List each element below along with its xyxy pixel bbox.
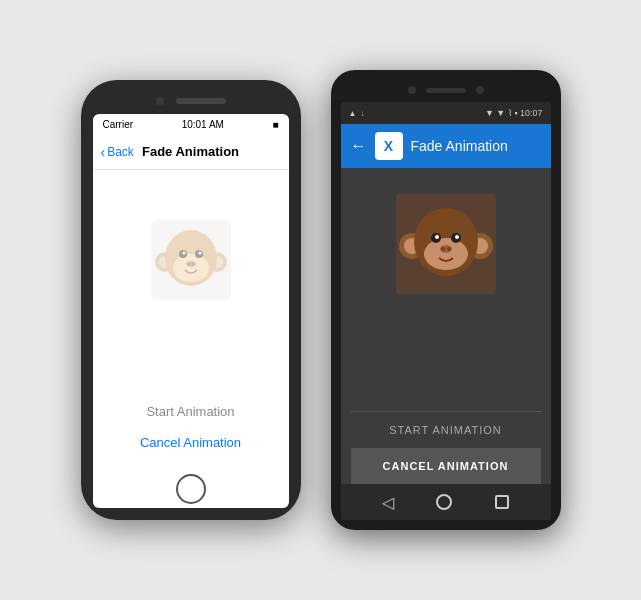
android-warning-icon: ▲ bbox=[349, 109, 357, 118]
ios-carrier: Carrier bbox=[103, 119, 134, 130]
android-sensor bbox=[476, 86, 484, 94]
android-nav-recents-button[interactable] bbox=[495, 495, 509, 509]
ios-cancel-button[interactable]: Cancel Animation bbox=[132, 427, 249, 458]
android-status-right: ▼ ▼ ⌇ ▪ 10:07 bbox=[485, 108, 543, 118]
ios-home-button[interactable] bbox=[176, 474, 206, 504]
ios-back-chevron-icon: ‹ bbox=[101, 144, 106, 160]
android-cancel-button[interactable]: CANCEL ANIMATION bbox=[351, 448, 541, 484]
android-nav-bar: ◁ bbox=[341, 484, 551, 520]
android-download-icon: ↓ bbox=[360, 109, 364, 118]
svg-point-18 bbox=[424, 238, 468, 270]
android-time: 10:07 bbox=[520, 108, 543, 118]
android-back-button[interactable]: ← bbox=[351, 137, 367, 155]
android-status-bar: ▲ ↓ ▼ ▼ ⌇ ▪ 10:07 bbox=[341, 102, 551, 124]
android-screen: ▲ ↓ ▼ ▼ ⌇ ▪ 10:07 ← X Fade Animation bbox=[341, 102, 551, 520]
android-toolbar: ← X Fade Animation bbox=[341, 124, 551, 168]
android-status-icons: ▲ ↓ bbox=[349, 109, 365, 118]
svg-point-11 bbox=[187, 263, 190, 266]
ios-status-bar: Carrier 10:01 AM ■ bbox=[93, 114, 289, 134]
ios-start-button[interactable]: Start Animation bbox=[138, 396, 242, 427]
ios-nav-bar: ‹ Back Fade Animation bbox=[93, 134, 289, 170]
svg-point-25 bbox=[447, 247, 451, 251]
svg-point-9 bbox=[198, 252, 201, 255]
ios-screen: Carrier 10:01 AM ■ ‹ Back Fade Animation bbox=[93, 114, 289, 508]
svg-point-5 bbox=[173, 254, 209, 282]
android-signal-icon: ▼ ▼ bbox=[485, 108, 508, 118]
ios-phone: Carrier 10:01 AM ■ ‹ Back Fade Animation bbox=[81, 80, 301, 520]
ios-home-bar bbox=[93, 468, 289, 508]
ios-back-label: Back bbox=[107, 145, 134, 159]
android-content: START ANIMATION CANCEL ANIMATION bbox=[341, 168, 551, 484]
ios-camera bbox=[156, 97, 164, 105]
ios-back-button[interactable]: ‹ Back bbox=[101, 144, 134, 160]
svg-point-8 bbox=[182, 252, 185, 255]
android-speaker bbox=[426, 88, 466, 93]
svg-point-22 bbox=[455, 235, 459, 239]
android-camera bbox=[408, 86, 416, 94]
svg-point-24 bbox=[441, 247, 445, 251]
ios-camera-area bbox=[93, 92, 289, 110]
android-monkey-image bbox=[396, 194, 496, 294]
ios-content: Start Animation Cancel Animation bbox=[93, 170, 289, 468]
ios-speaker bbox=[176, 98, 226, 104]
android-nav-back-button[interactable]: ◁ bbox=[382, 493, 394, 512]
ios-monkey-image bbox=[151, 220, 231, 300]
svg-point-12 bbox=[191, 263, 194, 266]
android-start-button[interactable]: START ANIMATION bbox=[351, 411, 541, 448]
svg-point-21 bbox=[435, 235, 439, 239]
ios-nav-title: Fade Animation bbox=[142, 144, 239, 159]
android-top-bar bbox=[341, 80, 551, 100]
android-action-buttons: START ANIMATION CANCEL ANIMATION bbox=[351, 411, 541, 484]
android-toolbar-title: Fade Animation bbox=[411, 138, 508, 154]
android-app-icon-label: X bbox=[384, 138, 393, 154]
android-phone: ▲ ↓ ▼ ▼ ⌇ ▪ 10:07 ← X Fade Animation bbox=[331, 70, 561, 530]
ios-battery: ■ bbox=[272, 119, 278, 130]
android-nav-home-button[interactable] bbox=[436, 494, 452, 510]
android-app-icon: X bbox=[375, 132, 403, 160]
ios-time: 10:01 AM bbox=[182, 119, 224, 130]
